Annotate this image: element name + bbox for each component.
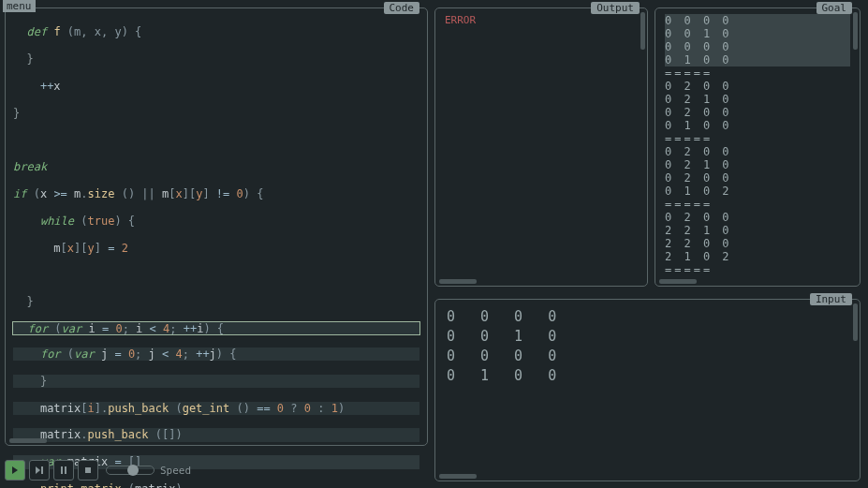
output-scrollbar-v[interactable] [640, 12, 645, 50]
input-panel: Input 0 0 0 00 0 1 00 0 0 00 1 0 0 [434, 299, 861, 481]
code-scrollbar-h[interactable] [9, 438, 47, 443]
speed-slider[interactable] [106, 466, 154, 475]
play-icon [10, 466, 20, 475]
goal-line: 0 2 1 0 [665, 93, 850, 106]
goal-line: 0 1 0 2 [665, 185, 850, 198]
speed-knob[interactable] [127, 465, 139, 476]
goal-line: 0 0 1 0 [665, 27, 850, 40]
goal-line: 2 2 0 0 [665, 237, 850, 250]
input-line: 0 1 0 0 [447, 366, 848, 386]
input-panel-label: Input [810, 293, 852, 305]
goal-text: 0 0 0 00 0 1 00 0 0 00 1 0 0=====0 2 0 0… [655, 8, 860, 282]
goal-panel: Goal 0 0 0 00 0 1 00 0 0 00 1 0 0=====0 … [655, 7, 861, 287]
goal-line: 0 1 0 0 [665, 119, 850, 132]
pause-icon [59, 466, 68, 475]
code-panel: Code def f (m, x, y) { } ++x } break if … [5, 7, 428, 446]
svg-rect-2 [65, 466, 66, 474]
goal-line: 0 2 0 0 [665, 211, 850, 224]
stop-button[interactable] [78, 460, 98, 481]
goal-line: 0 2 0 0 [665, 171, 850, 185]
goal-line: 0 2 0 0 [665, 145, 850, 158]
input-scrollbar-v[interactable] [853, 303, 858, 341]
stop-icon [83, 466, 93, 475]
goal-line: ===== [665, 67, 850, 80]
input-line: 0 0 0 0 [447, 307, 848, 327]
step-button[interactable] [29, 460, 50, 481]
play-button[interactable] [5, 460, 25, 481]
goal-line: 0 2 0 0 [665, 80, 850, 93]
goal-scrollbar-h[interactable] [659, 279, 697, 284]
input-text: 0 0 0 00 0 1 00 0 0 00 1 0 0 [435, 300, 860, 393]
code-editor[interactable]: def f (m, x, y) { } ++x } break if (x >=… [6, 8, 427, 488]
svg-rect-0 [41, 466, 43, 474]
output-scrollbar-h[interactable] [439, 279, 477, 284]
goal-line: ===== [665, 198, 850, 211]
goal-line: ===== [665, 132, 850, 145]
speed-label: Speed [160, 465, 191, 477]
goal-line: 2 1 0 2 [665, 250, 850, 263]
input-scrollbar-h[interactable] [439, 474, 477, 479]
step-icon [35, 466, 44, 475]
playback-controls: Speed [5, 460, 191, 481]
goal-scrollbar-v[interactable] [853, 12, 858, 50]
goal-line: 0 0 0 0 [665, 40, 850, 53]
goal-line: 0 1 0 0 [665, 53, 850, 67]
goal-line: 0 2 0 0 [665, 106, 850, 119]
input-line: 0 0 0 0 [447, 347, 848, 366]
goal-line: 0 0 0 0 [665, 14, 850, 27]
goal-line: 2 2 1 0 [665, 224, 850, 237]
goal-panel-label: Goal [817, 2, 853, 14]
goal-line: 0 2 1 0 [665, 158, 850, 171]
pause-button[interactable] [53, 460, 74, 481]
code-panel-label: Code [384, 2, 420, 14]
svg-rect-3 [85, 467, 91, 473]
output-panel-label: Output [591, 2, 640, 14]
output-panel: Output ERROR [434, 7, 648, 287]
menu-button[interactable]: menu [3, 0, 36, 12]
svg-rect-1 [61, 466, 63, 474]
goal-line: ===== [665, 263, 850, 276]
input-line: 0 0 1 0 [447, 327, 848, 347]
